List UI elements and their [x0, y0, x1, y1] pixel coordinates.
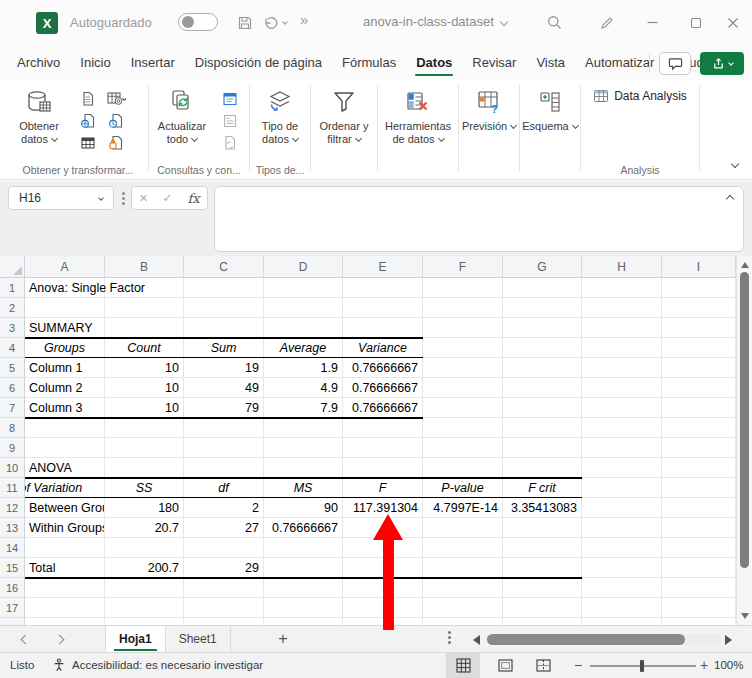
- cell-D5[interactable]: 1.9: [264, 358, 343, 378]
- sheet-tab-hoja1[interactable]: Hoja1: [105, 626, 166, 652]
- row-header-9[interactable]: 9: [0, 438, 25, 458]
- cell-A17[interactable]: [25, 598, 105, 618]
- cell-E2[interactable]: [343, 298, 423, 318]
- row-header-15[interactable]: 15: [0, 558, 25, 578]
- cell-F5[interactable]: [423, 358, 503, 378]
- cell-I10[interactable]: [662, 458, 736, 478]
- row-header-13[interactable]: 13: [0, 518, 25, 538]
- from-table-button[interactable]: [74, 132, 102, 154]
- cell-E7[interactable]: 0.76666667: [343, 398, 423, 418]
- row-header-6[interactable]: 6: [0, 378, 25, 398]
- zoom-slider-thumb[interactable]: [640, 660, 644, 672]
- cell-G16[interactable]: [503, 578, 582, 598]
- autosave-toggle[interactable]: [178, 13, 218, 31]
- cell-C4[interactable]: Sum: [184, 338, 264, 358]
- cell-I4[interactable]: [662, 338, 736, 358]
- cell-E9[interactable]: [343, 438, 423, 458]
- cell-A12[interactable]: Between Groups: [25, 498, 105, 518]
- ribbon-tab-archivo[interactable]: Archivo: [7, 45, 70, 80]
- cancel-icon[interactable]: ×: [139, 190, 147, 206]
- row-header-1[interactable]: 1: [0, 278, 25, 298]
- cell-C1[interactable]: [184, 278, 264, 298]
- cell-D8[interactable]: [264, 418, 343, 438]
- cell-I3[interactable]: [662, 318, 736, 338]
- more-commands-icon[interactable]: »: [300, 11, 308, 28]
- excel-logo-icon[interactable]: X: [36, 12, 58, 34]
- cell-A15[interactable]: Total: [25, 558, 105, 578]
- next-sheet-icon[interactable]: [55, 635, 65, 645]
- edit-links-button[interactable]: [217, 132, 243, 154]
- cell-D17[interactable]: [264, 598, 343, 618]
- cell-A3[interactable]: SUMMARY: [25, 318, 105, 338]
- cell-G10[interactable]: [503, 458, 582, 478]
- cell-G11[interactable]: F crit: [503, 478, 582, 498]
- scroll-up-icon[interactable]: [741, 262, 749, 268]
- cell-F4[interactable]: [423, 338, 503, 358]
- cell-H17[interactable]: [582, 598, 662, 618]
- cell-H15[interactable]: [582, 558, 662, 578]
- cell-A1[interactable]: Anova: Single Factor: [25, 278, 105, 298]
- cell-D9[interactable]: [264, 438, 343, 458]
- ribbon-tab-vista[interactable]: Vista: [526, 45, 575, 80]
- undo-chevron-icon[interactable]: [282, 19, 288, 25]
- column-header-I[interactable]: I: [662, 256, 736, 278]
- cell-C10[interactable]: [184, 458, 264, 478]
- from-text-csv-button[interactable]: [74, 88, 102, 110]
- cell-D12[interactable]: 90: [264, 498, 343, 518]
- cell-G2[interactable]: [503, 298, 582, 318]
- cell-I6[interactable]: [662, 378, 736, 398]
- cell-G3[interactable]: [503, 318, 582, 338]
- row-header-3[interactable]: 3: [0, 318, 25, 338]
- cell-F12[interactable]: 4.7997E-14: [423, 498, 503, 518]
- cell-D2[interactable]: [264, 298, 343, 318]
- cell-G7[interactable]: [503, 398, 582, 418]
- cell-A10[interactable]: ANOVA: [25, 458, 105, 478]
- ribbon-tab-formulas[interactable]: Fórmulas: [332, 45, 406, 80]
- ribbon-collapse-icon[interactable]: [731, 160, 739, 168]
- cell-F18[interactable]: [423, 618, 503, 625]
- cell-F17[interactable]: [423, 598, 503, 618]
- cell-C12[interactable]: 2: [184, 498, 264, 518]
- cell-H6[interactable]: [582, 378, 662, 398]
- cell-I18[interactable]: [662, 618, 736, 625]
- cell-G18[interactable]: [503, 618, 582, 625]
- data-type-button[interactable]: Tipo de datos: [250, 86, 310, 146]
- cell-G8[interactable]: [503, 418, 582, 438]
- sheet-tab-sheet1[interactable]: Sheet1: [166, 626, 231, 652]
- cell-B11[interactable]: SS: [105, 478, 184, 498]
- cell-I7[interactable]: [662, 398, 736, 418]
- row-header-14[interactable]: 14: [0, 538, 25, 558]
- cell-D11[interactable]: MS: [264, 478, 343, 498]
- cell-H9[interactable]: [582, 438, 662, 458]
- cell-E3[interactable]: [343, 318, 423, 338]
- cell-I5[interactable]: [662, 358, 736, 378]
- cell-C16[interactable]: [184, 578, 264, 598]
- cell-B8[interactable]: [105, 418, 184, 438]
- zoom-in-button[interactable]: +: [700, 657, 708, 673]
- cell-G6[interactable]: [503, 378, 582, 398]
- pen-icon[interactable]: [598, 14, 615, 31]
- prev-sheet-icon[interactable]: [21, 635, 31, 645]
- cell-A13[interactable]: Within Groups: [25, 518, 105, 538]
- ribbon-tab-datos[interactable]: Datos: [406, 45, 462, 80]
- refresh-all-button[interactable]: Actualizar todo: [149, 86, 215, 146]
- cell-H13[interactable]: [582, 518, 662, 538]
- queries-connections-button[interactable]: [217, 88, 243, 110]
- cell-F7[interactable]: [423, 398, 503, 418]
- cell-C17[interactable]: [184, 598, 264, 618]
- document-title[interactable]: anova-in-class-dataset: [363, 14, 507, 29]
- cell-G4[interactable]: [503, 338, 582, 358]
- from-picture-button[interactable]: [102, 88, 130, 110]
- cell-B5[interactable]: 10: [105, 358, 184, 378]
- cell-H3[interactable]: [582, 318, 662, 338]
- cell-E1[interactable]: [343, 278, 423, 298]
- row-header-16[interactable]: 16: [0, 578, 25, 598]
- cell-F16[interactable]: [423, 578, 503, 598]
- cell-E6[interactable]: 0.76666667: [343, 378, 423, 398]
- cell-I12[interactable]: [662, 498, 736, 518]
- column-header-C[interactable]: C: [184, 256, 264, 278]
- row-header-7[interactable]: 7: [0, 398, 25, 418]
- cell-A6[interactable]: Column 2: [25, 378, 105, 398]
- cell-B2[interactable]: [105, 298, 184, 318]
- cell-H18[interactable]: [582, 618, 662, 625]
